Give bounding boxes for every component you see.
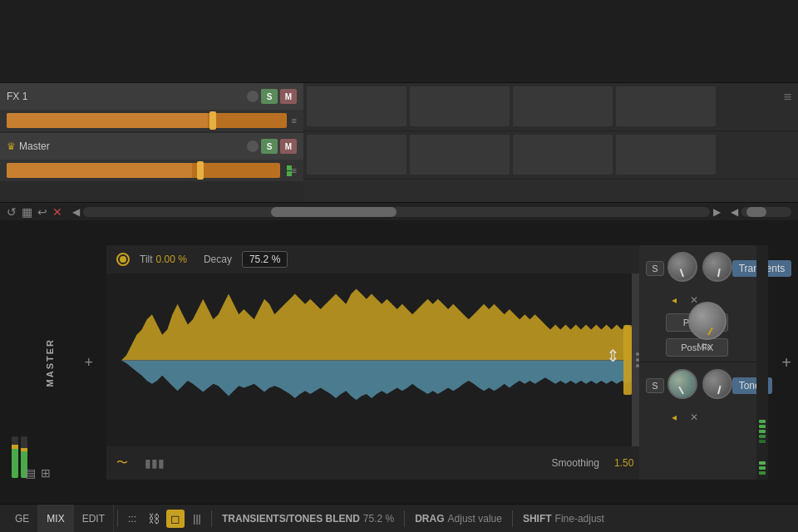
tones-mute-icon[interactable]: ✕ — [686, 409, 702, 426]
tones-s-btn[interactable]: S — [646, 378, 663, 393]
transients-speaker-icon[interactable]: ◂ — [666, 292, 682, 308]
grid-cell-2-4[interactable] — [616, 135, 716, 175]
power-btn[interactable] — [116, 253, 130, 266]
scroll-right2-btn[interactable]: ◀ — [731, 206, 738, 218]
footer-mix[interactable]: MIX — [38, 505, 73, 532]
transients-knob1[interactable] — [667, 252, 697, 282]
master-icon1[interactable]: ▤ — [25, 466, 36, 480]
footer-edit[interactable]: EDIT — [74, 505, 114, 532]
tones-row: S Tones — [646, 369, 761, 402]
footer-active-label: ◻ — [170, 512, 180, 525]
waveform-svg — [121, 273, 632, 446]
blend-handle-bar — [623, 325, 632, 394]
grid-cell-1-3[interactable] — [513, 86, 613, 126]
footer-shift-key: SHIFT — [523, 513, 552, 525]
footer-bars-icon[interactable]: ||| — [188, 510, 206, 528]
track-fx1-solo[interactable]: S — [261, 89, 278, 104]
waveform-bottom-icon[interactable]: 〜 — [116, 456, 128, 470]
grid-cell-2-1[interactable] — [307, 135, 406, 175]
blend-handle[interactable] — [623, 273, 632, 446]
track-master-slider[interactable] — [7, 163, 280, 178]
grid-lines-icon-2: ≡ — [784, 90, 791, 105]
master-icon2[interactable]: ⊞ — [41, 466, 51, 480]
track-master-eq-icon: ≡ — [292, 165, 297, 175]
scroll-left-btn[interactable]: ◀ — [72, 206, 80, 218]
track-master-solo[interactable]: S — [261, 139, 278, 154]
master-label-area: MASTER ▤ ⊞ + — [0, 239, 100, 486]
track-fx1-slider[interactable] — [7, 113, 287, 128]
tones-speaker-icon[interactable]: ◂ — [666, 409, 682, 426]
grid-cell-1-1[interactable] — [307, 86, 406, 126]
footer-drag-key: DRAG — [415, 513, 444, 525]
grid-cell-1-2[interactable] — [410, 86, 510, 126]
daw-scrollbar-area: ↺ ▦ ↩ ✕ ◀ ▶ ◀ — [0, 202, 798, 220]
tones-knobs — [667, 369, 732, 399]
track-fx1-eq-icon: ≡ — [292, 116, 297, 126]
footer-ge[interactable]: GE — [7, 505, 38, 532]
footer-edit-label: EDIT — [82, 513, 105, 525]
track-master-volume: ≡ — [0, 160, 303, 181]
plugin-bottom: 〜 ▮▮▮ Smoothing 1.50 — [106, 446, 643, 480]
track-list: FX 1 S M ≡ ♛ Master S M — [0, 83, 303, 183]
footer-active-icon[interactable]: ◻ — [166, 510, 185, 528]
tones-knob1-indicator — [678, 387, 684, 395]
transients-s-btn[interactable]: S — [646, 261, 663, 276]
knob2-indicator — [717, 268, 721, 277]
daw-topbar — [0, 0, 798, 83]
footer-bars-label: ||| — [193, 513, 200, 525]
mix-knob[interactable] — [688, 302, 727, 340]
master-plus-btn[interactable]: + — [84, 354, 93, 372]
track-master-circle[interactable] — [247, 140, 259, 152]
tones-knob1[interactable] — [667, 369, 697, 399]
track-master-mute[interactable]: M — [280, 139, 297, 154]
tones-knob2[interactable] — [702, 369, 732, 399]
toolbar-grid-icon[interactable]: ▦ — [22, 205, 32, 219]
waveform-container[interactable]: ⇕ — [106, 273, 643, 446]
toolbar-icons: ↺ ▦ ↩ ✕ — [7, 205, 62, 219]
scrollbar-track[interactable] — [83, 207, 710, 217]
toolbar-arrow-icon[interactable]: ↩ — [37, 205, 47, 219]
footer-chain-icon[interactable]: ⛓ — [145, 510, 163, 528]
decay-value[interactable]: 75.2 % — [242, 251, 288, 268]
right-panel-tones: S Tones ◂ ✕ — [639, 362, 768, 480]
footer-blend-value: 75.2 % — [363, 513, 394, 525]
scrollbar-thumb2 — [746, 207, 766, 217]
spectrum-icon[interactable]: ▮▮▮ — [145, 456, 165, 470]
track-fx1-mute[interactable]: M — [280, 89, 297, 104]
vu-left-yellow — [12, 445, 18, 449]
scrollbar-track2[interactable] — [741, 207, 791, 217]
track-master-crown: ♛ — [7, 140, 16, 152]
right-vu-2 — [759, 425, 766, 428]
footer-mix-label: MIX — [47, 513, 64, 525]
plugin-area: MASTER ▤ ⊞ + Tilt 0.00 % D — [0, 239, 798, 486]
track-master-slider-fill — [7, 163, 192, 178]
vu-left — [12, 436, 18, 478]
track-fx1-circle[interactable] — [247, 91, 259, 102]
right-vu-b2 — [759, 466, 766, 470]
grid-cell-2-2[interactable] — [410, 135, 510, 175]
grid-cell-1-4[interactable] — [616, 86, 716, 126]
right-panel-transients: S Transients ◂ ✕ Pre — [639, 245, 768, 362]
smoothing-label: Smoothing — [552, 457, 599, 469]
footer-sep4 — [512, 510, 513, 527]
footer-sep2 — [211, 510, 212, 527]
footer-ge-label: GE — [15, 513, 29, 525]
smoothing-value: 1.50 — [614, 457, 633, 469]
scroll-right-btn[interactable]: ▶ — [713, 206, 721, 218]
tilt-label: Tilt — [140, 254, 153, 265]
footer-chain-label: ⛓ — [148, 512, 160, 525]
toolbar-refresh-icon[interactable]: ↺ — [7, 205, 17, 219]
track-fx1: FX 1 S M ≡ — [0, 83, 303, 131]
knob1-indicator — [679, 268, 683, 277]
master-bottom-icons: ▤ ⊞ — [25, 466, 51, 480]
transients-row: S Transients — [646, 252, 761, 285]
tones-waveform — [121, 360, 632, 400]
tones-icons-row: ◂ ✕ — [666, 409, 761, 426]
transients-knob2[interactable] — [702, 252, 732, 282]
plugin-plus-btn[interactable]: + — [781, 353, 791, 372]
toolbar-x-icon[interactable]: ✕ — [52, 205, 62, 219]
track-master-name: Master — [19, 140, 244, 152]
scrollbar-thumb — [271, 207, 397, 217]
footer-dots-icon[interactable]: ::: — [123, 510, 141, 528]
grid-cell-2-3[interactable] — [513, 135, 613, 175]
